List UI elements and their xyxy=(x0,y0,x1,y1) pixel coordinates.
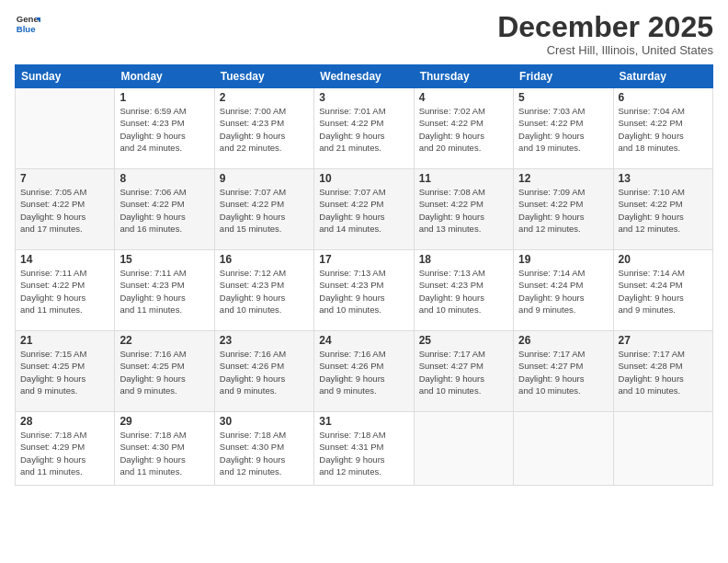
day-number: 26 xyxy=(518,334,608,347)
day-number: 18 xyxy=(419,253,508,266)
day-info: Sunrise: 7:10 AMSunset: 4:22 PMDaylight:… xyxy=(619,186,708,235)
day-number: 17 xyxy=(319,253,408,266)
day-info: Sunrise: 7:07 AMSunset: 4:22 PMDaylight:… xyxy=(319,186,408,235)
table-row: 16Sunrise: 7:12 AMSunset: 4:23 PMDayligh… xyxy=(214,250,313,331)
day-info: Sunrise: 7:11 AMSunset: 4:23 PMDaylight:… xyxy=(119,267,209,316)
day-info: Sunrise: 6:59 AMSunset: 4:23 PMDaylight:… xyxy=(119,105,209,154)
day-info: Sunrise: 7:14 AMSunset: 4:24 PMDaylight:… xyxy=(518,267,608,316)
day-info: Sunrise: 7:12 AMSunset: 4:23 PMDaylight:… xyxy=(220,267,309,316)
table-row xyxy=(414,412,513,486)
day-number: 13 xyxy=(619,172,708,185)
day-number: 14 xyxy=(20,253,109,266)
table-row: 12Sunrise: 7:09 AMSunset: 4:22 PMDayligh… xyxy=(514,169,613,250)
table-row: 30Sunrise: 7:18 AMSunset: 4:30 PMDayligh… xyxy=(214,412,313,486)
calendar-table: Sunday Monday Tuesday Wednesday Thursday… xyxy=(15,64,713,486)
day-info: Sunrise: 7:16 AMSunset: 4:25 PMDaylight:… xyxy=(119,348,209,396)
day-info: Sunrise: 7:17 AMSunset: 4:28 PMDaylight:… xyxy=(619,348,708,396)
page: General Blue December 2025 Crest Hill, I… xyxy=(0,0,728,563)
table-row: 17Sunrise: 7:13 AMSunset: 4:23 PMDayligh… xyxy=(314,250,414,331)
day-number: 7 xyxy=(20,172,109,185)
table-row: 23Sunrise: 7:16 AMSunset: 4:26 PMDayligh… xyxy=(214,331,313,412)
table-row: 3Sunrise: 7:01 AMSunset: 4:22 PMDaylight… xyxy=(314,88,414,169)
table-row: 2Sunrise: 7:00 AMSunset: 4:23 PMDaylight… xyxy=(214,88,313,169)
day-number: 22 xyxy=(119,334,209,347)
day-info: Sunrise: 7:06 AMSunset: 4:22 PMDaylight:… xyxy=(119,186,209,235)
logo-icon: General Blue xyxy=(15,11,40,37)
table-row: 21Sunrise: 7:15 AMSunset: 4:25 PMDayligh… xyxy=(16,331,115,412)
day-info: Sunrise: 7:13 AMSunset: 4:23 PMDaylight:… xyxy=(419,267,508,316)
table-row: 5Sunrise: 7:03 AMSunset: 4:22 PMDaylight… xyxy=(514,88,613,169)
day-number: 19 xyxy=(518,253,608,266)
table-row: 20Sunrise: 7:14 AMSunset: 4:24 PMDayligh… xyxy=(613,250,712,331)
table-row: 25Sunrise: 7:17 AMSunset: 4:27 PMDayligh… xyxy=(414,331,513,412)
day-number: 16 xyxy=(220,253,309,266)
table-row: 18Sunrise: 7:13 AMSunset: 4:23 PMDayligh… xyxy=(414,250,513,331)
table-row: 28Sunrise: 7:18 AMSunset: 4:29 PMDayligh… xyxy=(16,412,115,486)
day-info: Sunrise: 7:02 AMSunset: 4:22 PMDaylight:… xyxy=(419,105,508,154)
day-number: 9 xyxy=(220,172,309,185)
day-number: 24 xyxy=(319,334,408,347)
day-info: Sunrise: 7:07 AMSunset: 4:22 PMDaylight:… xyxy=(220,186,309,235)
table-row: 9Sunrise: 7:07 AMSunset: 4:22 PMDaylight… xyxy=(214,169,313,250)
day-number: 30 xyxy=(220,415,309,428)
logo: General Blue xyxy=(15,11,40,37)
day-number: 27 xyxy=(619,334,708,347)
table-row: 19Sunrise: 7:14 AMSunset: 4:24 PMDayligh… xyxy=(514,250,613,331)
table-row: 27Sunrise: 7:17 AMSunset: 4:28 PMDayligh… xyxy=(613,331,712,412)
day-info: Sunrise: 7:18 AMSunset: 4:31 PMDaylight:… xyxy=(319,429,408,477)
day-number: 4 xyxy=(419,91,508,104)
day-number: 11 xyxy=(419,172,508,185)
day-info: Sunrise: 7:13 AMSunset: 4:23 PMDaylight:… xyxy=(319,267,408,316)
table-row: 1Sunrise: 6:59 AMSunset: 4:23 PMDaylight… xyxy=(115,88,214,169)
day-info: Sunrise: 7:18 AMSunset: 4:29 PMDaylight:… xyxy=(20,429,109,477)
day-info: Sunrise: 7:14 AMSunset: 4:24 PMDaylight:… xyxy=(619,267,708,316)
day-info: Sunrise: 7:11 AMSunset: 4:22 PMDaylight:… xyxy=(20,267,109,316)
day-number: 31 xyxy=(319,415,408,428)
day-number: 15 xyxy=(119,253,209,266)
table-row: 11Sunrise: 7:08 AMSunset: 4:22 PMDayligh… xyxy=(414,169,513,250)
day-info: Sunrise: 7:18 AMSunset: 4:30 PMDaylight:… xyxy=(220,429,309,477)
svg-text:General: General xyxy=(17,14,40,24)
day-number: 29 xyxy=(119,415,209,428)
day-number: 6 xyxy=(619,91,708,104)
header: General Blue December 2025 Crest Hill, I… xyxy=(15,11,713,57)
table-row: 31Sunrise: 7:18 AMSunset: 4:31 PMDayligh… xyxy=(314,412,414,486)
day-info: Sunrise: 7:17 AMSunset: 4:27 PMDaylight:… xyxy=(518,348,608,396)
table-row: 14Sunrise: 7:11 AMSunset: 4:22 PMDayligh… xyxy=(16,250,115,331)
day-info: Sunrise: 7:03 AMSunset: 4:22 PMDaylight:… xyxy=(518,105,608,154)
day-info: Sunrise: 7:16 AMSunset: 4:26 PMDaylight:… xyxy=(319,348,408,396)
calendar-week-row: 21Sunrise: 7:15 AMSunset: 4:25 PMDayligh… xyxy=(16,331,713,412)
day-info: Sunrise: 7:09 AMSunset: 4:22 PMDaylight:… xyxy=(518,186,608,235)
table-row: 10Sunrise: 7:07 AMSunset: 4:22 PMDayligh… xyxy=(314,169,414,250)
day-number: 3 xyxy=(319,91,408,104)
day-info: Sunrise: 7:01 AMSunset: 4:22 PMDaylight:… xyxy=(319,105,408,154)
day-number: 23 xyxy=(220,334,309,347)
col-tuesday: Tuesday xyxy=(214,65,313,88)
col-thursday: Thursday xyxy=(414,65,513,88)
day-number: 10 xyxy=(319,172,408,185)
table-row: 22Sunrise: 7:16 AMSunset: 4:25 PMDayligh… xyxy=(115,331,214,412)
day-number: 5 xyxy=(518,91,608,104)
day-info: Sunrise: 7:16 AMSunset: 4:26 PMDaylight:… xyxy=(220,348,309,396)
table-row: 15Sunrise: 7:11 AMSunset: 4:23 PMDayligh… xyxy=(115,250,214,331)
table-row xyxy=(514,412,613,486)
table-row: 24Sunrise: 7:16 AMSunset: 4:26 PMDayligh… xyxy=(314,331,414,412)
day-number: 21 xyxy=(20,334,109,347)
day-number: 28 xyxy=(20,415,109,428)
col-friday: Friday xyxy=(514,65,613,88)
day-info: Sunrise: 7:08 AMSunset: 4:22 PMDaylight:… xyxy=(419,186,508,235)
day-number: 12 xyxy=(518,172,608,185)
location: Crest Hill, Illinois, United States xyxy=(497,43,713,57)
title-section: December 2025 Crest Hill, Illinois, Unit… xyxy=(497,11,713,57)
day-number: 2 xyxy=(220,91,309,104)
calendar-week-row: 28Sunrise: 7:18 AMSunset: 4:29 PMDayligh… xyxy=(16,412,713,486)
table-row: 4Sunrise: 7:02 AMSunset: 4:22 PMDaylight… xyxy=(414,88,513,169)
svg-text:Blue: Blue xyxy=(17,24,36,34)
calendar-week-row: 1Sunrise: 6:59 AMSunset: 4:23 PMDaylight… xyxy=(16,88,713,169)
month-title: December 2025 xyxy=(497,11,713,43)
day-info: Sunrise: 7:17 AMSunset: 4:27 PMDaylight:… xyxy=(419,348,508,396)
table-row: 29Sunrise: 7:18 AMSunset: 4:30 PMDayligh… xyxy=(115,412,214,486)
calendar-week-row: 14Sunrise: 7:11 AMSunset: 4:22 PMDayligh… xyxy=(16,250,713,331)
col-saturday: Saturday xyxy=(613,65,712,88)
day-number: 20 xyxy=(619,253,708,266)
